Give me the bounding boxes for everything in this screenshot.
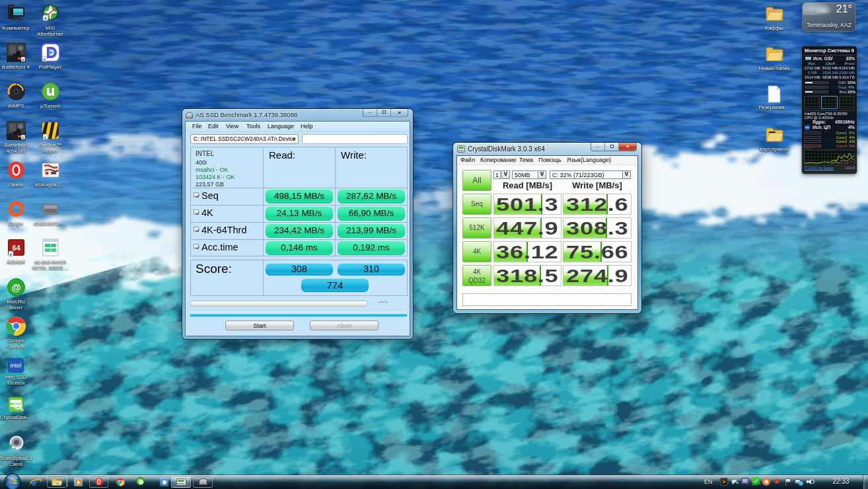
svg-text:@: @ <box>11 282 21 293</box>
svg-text:e: e <box>32 477 37 488</box>
svg-text:intel: intel <box>11 362 22 369</box>
svg-text:64: 64 <box>12 244 20 252</box>
